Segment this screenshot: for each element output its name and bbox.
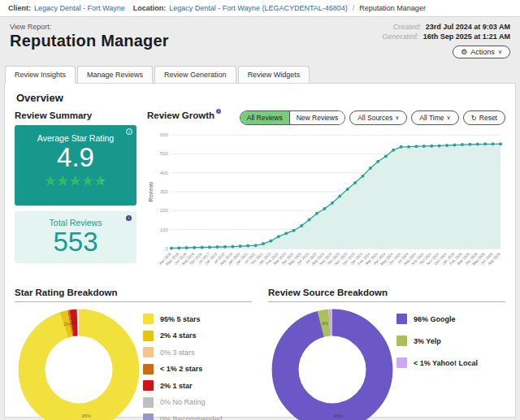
legend-label: 96% Google [414, 315, 456, 323]
star-icons-fill: ★★★★★ [45, 175, 102, 188]
created-value: 23rd Jul 2024 at 9:03 AM [426, 23, 510, 31]
legend-item: 2% 1 star [143, 380, 252, 391]
tab-bar: Review InsightsManage ReviewsReview Gene… [0, 66, 520, 83]
average-star-rating-value: 4.9 [20, 143, 132, 172]
location-label: Location: [133, 4, 167, 12]
review-source-breakdown-heading: Review Source Breakdown [268, 288, 505, 302]
legend-swatch [396, 314, 407, 324]
legend-item: 0% Recommended [143, 414, 252, 420]
all-sources-label: All Sources [358, 114, 392, 122]
reset-label: Reset [479, 114, 497, 122]
legend-swatch [143, 347, 154, 357]
legend-swatch [143, 414, 154, 420]
legend-label: 0% 3 stars [160, 349, 195, 357]
legend-swatch [143, 397, 154, 408]
legend-item: 3% Yelp [396, 336, 505, 346]
review-summary-heading: Review Summary [15, 110, 136, 120]
star-rating-breakdown-heading: Star Rating Breakdown [15, 288, 252, 302]
review-type-toggle: All Reviews New Reviews [240, 110, 345, 125]
average-star-rating-card: i Average Star Rating 4.9 ★★★★★ ★★★★★ [15, 125, 136, 206]
svg-text:95%: 95% [81, 414, 92, 418]
svg-text:0: 0 [166, 246, 169, 251]
generated-label: Generated: [382, 32, 418, 41]
info-icon[interactable]: i [216, 109, 221, 114]
legend-label: 0% Recommended [160, 415, 223, 420]
svg-text:400: 400 [160, 171, 169, 175]
star-rating-icons: ★★★★★ ★★★★★ [45, 175, 107, 188]
all-sources-dropdown[interactable]: All Sources ∨ [349, 110, 407, 125]
legend-swatch [143, 331, 154, 341]
legend-item: < 1% 2 stars [143, 364, 252, 375]
info-icon[interactable]: i [126, 215, 132, 221]
tab-review-generation[interactable]: Review Generation [154, 66, 236, 83]
new-reviews-button[interactable]: New Reviews [290, 111, 345, 124]
legend-item: 95% 5 stars [143, 314, 252, 324]
svg-text:96%: 96% [333, 414, 344, 418]
page-title: Reputation Manager [10, 32, 169, 50]
legend-item: < 1% Yahoo! Local [396, 357, 505, 368]
svg-text:Reviews: Reviews [148, 182, 154, 201]
legend-item: 0% 3 stars [143, 347, 252, 357]
tab-manage-reviews[interactable]: Manage Reviews [77, 66, 153, 83]
legend-label: 95% 5 stars [160, 315, 201, 323]
all-time-dropdown[interactable]: All Time ∨ [411, 110, 458, 125]
star-rating-donut-chart: 95%2%2% [15, 305, 143, 420]
svg-text:600: 600 [160, 132, 169, 137]
total-reviews-value: 553 [20, 227, 132, 257]
created-label: Created: [393, 23, 422, 31]
review-source-legend: 96% Google3% Yelp< 1% Yahoo! Local [396, 305, 505, 379]
gear-icon: ⚙ [461, 48, 467, 56]
client-label: Client: [8, 4, 31, 12]
legend-item: 96% Google [396, 314, 505, 324]
location-link[interactable]: Legacy Dental - Fort Wayne (LEGACYDENTAL… [169, 4, 348, 12]
svg-text:3%: 3% [322, 321, 329, 326]
legend-label: 0% No Rating [160, 398, 206, 406]
overview-heading: Overview [16, 92, 505, 104]
chevron-down-icon: ∨ [395, 115, 399, 121]
chevron-down-icon: ∨ [447, 115, 451, 121]
svg-text:300: 300 [160, 189, 169, 194]
info-icon[interactable]: i [126, 128, 132, 135]
legend-swatch [143, 364, 154, 375]
client-link[interactable]: Legacy Dental - Fort Wayne [34, 4, 125, 12]
actions-label: Actions [470, 48, 495, 56]
review-source-donut-chart: 96%3% [268, 305, 396, 420]
legend-swatch [396, 357, 407, 368]
legend-label: 3% Yelp [414, 337, 441, 345]
svg-text:500: 500 [160, 151, 169, 156]
review-growth-heading-text: Review Growth [147, 110, 214, 120]
total-reviews-card: i Total Reviews 553 [15, 211, 136, 263]
breadcrumb-separator: / [353, 4, 355, 12]
svg-text:200: 200 [160, 208, 169, 213]
star-rating-legend: 95% 5 stars2% 4 stars0% 3 stars< 1% 2 st… [143, 305, 252, 420]
all-reviews-button[interactable]: All Reviews [240, 111, 290, 124]
generated-value: 16th Sep 2025 at 1:21 AM [423, 32, 510, 41]
legend-item: 0% No Rating [143, 397, 252, 408]
legend-item: 2% 4 stars [143, 331, 252, 341]
content-panel: Overview Review Summary i Average Star R… [4, 83, 516, 418]
legend-label: < 1% Yahoo! Local [414, 359, 478, 367]
svg-text:100: 100 [160, 227, 169, 232]
svg-text:2%: 2% [71, 320, 78, 325]
legend-label: 2% 1 star [160, 382, 193, 390]
review-growth-heading: Review Growth i [147, 110, 221, 120]
legend-swatch [143, 314, 154, 324]
report-header: View Report: Reputation Manager Created:… [0, 17, 520, 58]
legend-label: 2% 4 stars [160, 331, 197, 340]
breadcrumb-current: Reputation Manager [359, 4, 426, 12]
legend-swatch [143, 380, 154, 391]
reset-button[interactable]: ↻ Reset [463, 110, 505, 125]
all-time-label: All Time [419, 114, 444, 122]
actions-button[interactable]: ⚙ Actions ∨ [453, 45, 510, 58]
view-report-label: View Report: [10, 23, 169, 31]
breadcrumb: Client: Legacy Dental - Fort Wayne Locat… [0, 0, 520, 17]
tab-review-widgets[interactable]: Review Widgets [238, 66, 310, 83]
tab-review-insights[interactable]: Review Insights [5, 66, 76, 84]
chevron-down-icon: ∨ [498, 49, 502, 55]
legend-swatch [396, 336, 407, 346]
reset-icon: ↻ [471, 114, 477, 122]
review-growth-chart: 0100200300400500600ReviewsApr 2016May 20… [147, 128, 505, 279]
legend-label: < 1% 2 stars [160, 365, 202, 373]
